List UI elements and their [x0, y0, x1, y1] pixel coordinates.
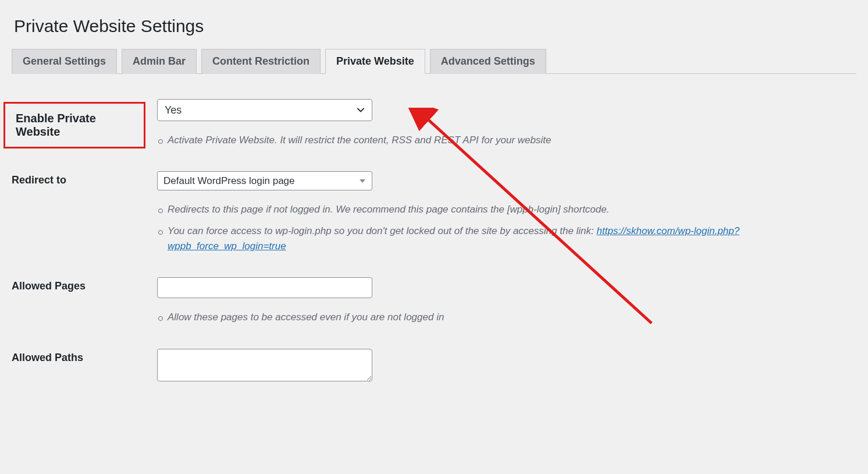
allowed-pages-description: Allow these pages to be accessed even if…	[157, 310, 851, 325]
allowed-paths-label: Allowed Paths	[12, 340, 151, 392]
tab-advanced-settings[interactable]: Advanced Settings	[430, 49, 546, 74]
allowed-pages-input[interactable]	[157, 277, 372, 298]
enable-private-website-select[interactable]: Yes	[157, 99, 372, 121]
allowed-paths-textarea[interactable]	[157, 349, 372, 381]
enable-description: Activate Private Website. It will restri…	[157, 133, 851, 148]
enable-private-website-label: Enable Private Website	[3, 102, 145, 148]
redirect-to-label: Redirect to	[12, 162, 151, 268]
settings-tabs: General Settings Admin Bar Content Restr…	[12, 49, 856, 74]
tab-private-website[interactable]: Private Website	[325, 49, 425, 74]
redirect-to-select[interactable]: Default WordPress login page	[157, 171, 372, 190]
tab-content-restriction[interactable]: Content Restriction	[201, 49, 321, 74]
settings-form-table: Enable Private Website Yes Activate Priv…	[12, 90, 856, 392]
redirect-description-1: Redirects to this page if not logged in.…	[157, 202, 851, 217]
page-title: Private Website Settings	[12, 0, 856, 49]
allowed-pages-label: Allowed Pages	[12, 268, 151, 339]
tab-admin-bar[interactable]: Admin Bar	[122, 49, 197, 74]
redirect-description-2: You can force access to wp-login.php so …	[157, 224, 851, 254]
tab-general-settings[interactable]: General Settings	[12, 49, 117, 74]
